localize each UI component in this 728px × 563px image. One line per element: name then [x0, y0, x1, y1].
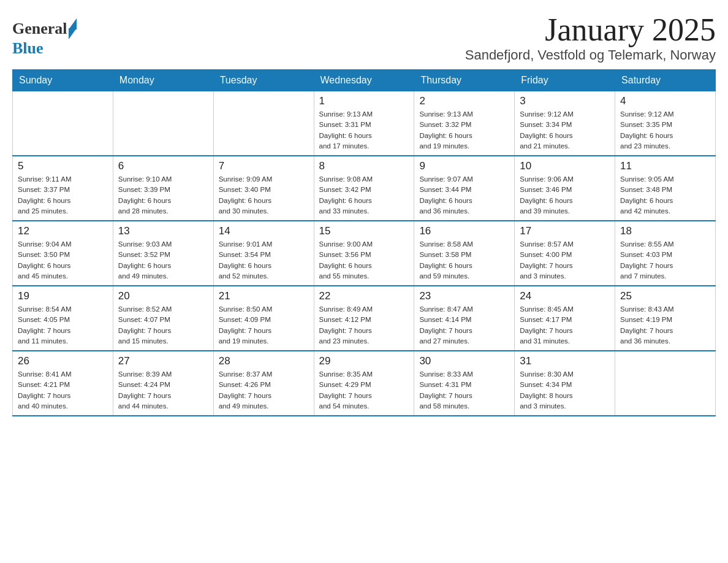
day-number: 17: [520, 225, 610, 237]
header-friday: Friday: [515, 70, 615, 91]
calendar-cell: 31Sunrise: 8:30 AM Sunset: 4:34 PM Dayli…: [515, 351, 615, 416]
day-number: 23: [419, 290, 509, 302]
day-info: Sunrise: 9:00 AM Sunset: 3:56 PM Dayligh…: [319, 239, 409, 282]
logo-blue-text: Blue: [12, 39, 44, 57]
logo-general-text: General: [12, 20, 67, 38]
day-info: Sunrise: 9:08 AM Sunset: 3:42 PM Dayligh…: [319, 174, 409, 216]
day-info: Sunrise: 9:13 AM Sunset: 3:32 PM Dayligh…: [419, 109, 509, 151]
day-info: Sunrise: 8:39 AM Sunset: 4:24 PM Dayligh…: [118, 369, 208, 412]
calendar-cell: [113, 91, 213, 156]
calendar-cell: 10Sunrise: 9:06 AM Sunset: 3:46 PM Dayli…: [515, 156, 615, 221]
day-number: 27: [118, 355, 208, 367]
day-info: Sunrise: 8:57 AM Sunset: 4:00 PM Dayligh…: [520, 239, 610, 282]
day-number: 18: [620, 225, 710, 237]
calendar-week-row: 12Sunrise: 9:04 AM Sunset: 3:50 PM Dayli…: [13, 221, 716, 286]
calendar-cell: 14Sunrise: 9:01 AM Sunset: 3:54 PM Dayli…: [213, 221, 314, 286]
title-section: January 2025 Sandefjord, Vestfold og Tel…: [465, 12, 716, 63]
day-number: 21: [219, 290, 309, 302]
day-info: Sunrise: 9:04 AM Sunset: 3:50 PM Dayligh…: [18, 239, 108, 282]
calendar-cell: 21Sunrise: 8:50 AM Sunset: 4:09 PM Dayli…: [213, 286, 314, 351]
calendar-week-row: 19Sunrise: 8:54 AM Sunset: 4:05 PM Dayli…: [13, 286, 716, 351]
day-number: 11: [620, 160, 710, 172]
day-info: Sunrise: 8:58 AM Sunset: 3:58 PM Dayligh…: [419, 239, 509, 282]
calendar-cell: 27Sunrise: 8:39 AM Sunset: 4:24 PM Dayli…: [113, 351, 213, 416]
calendar-cell: 12Sunrise: 9:04 AM Sunset: 3:50 PM Dayli…: [13, 221, 113, 286]
day-number: 26: [18, 355, 108, 367]
day-info: Sunrise: 8:41 AM Sunset: 4:21 PM Dayligh…: [18, 369, 108, 412]
day-number: 13: [118, 225, 208, 237]
day-number: 6: [118, 160, 208, 172]
calendar-cell: 29Sunrise: 8:35 AM Sunset: 4:29 PM Dayli…: [314, 351, 414, 416]
day-number: 20: [118, 290, 208, 302]
calendar-cell: 25Sunrise: 8:43 AM Sunset: 4:19 PM Dayli…: [615, 286, 716, 351]
calendar-cell: 5Sunrise: 9:11 AM Sunset: 3:37 PM Daylig…: [13, 156, 113, 221]
header-monday: Monday: [113, 70, 213, 91]
calendar-cell: 17Sunrise: 8:57 AM Sunset: 4:00 PM Dayli…: [515, 221, 615, 286]
calendar-table: Sunday Monday Tuesday Wednesday Thursday…: [12, 69, 716, 416]
day-info: Sunrise: 9:01 AM Sunset: 3:54 PM Dayligh…: [219, 239, 309, 282]
calendar-cell: 9Sunrise: 9:07 AM Sunset: 3:44 PM Daylig…: [414, 156, 515, 221]
day-number: 16: [419, 225, 509, 237]
calendar-cell: 3Sunrise: 9:12 AM Sunset: 3:34 PM Daylig…: [515, 91, 615, 156]
day-info: Sunrise: 8:35 AM Sunset: 4:29 PM Dayligh…: [319, 369, 409, 412]
day-number: 22: [319, 290, 409, 302]
calendar-cell: 22Sunrise: 8:49 AM Sunset: 4:12 PM Dayli…: [314, 286, 414, 351]
day-number: 19: [18, 290, 108, 302]
calendar-cell: 19Sunrise: 8:54 AM Sunset: 4:05 PM Dayli…: [13, 286, 113, 351]
day-info: Sunrise: 9:09 AM Sunset: 3:40 PM Dayligh…: [219, 174, 309, 216]
calendar-header-row: Sunday Monday Tuesday Wednesday Thursday…: [13, 70, 716, 91]
calendar-cell: [615, 351, 716, 416]
calendar-cell: 23Sunrise: 8:47 AM Sunset: 4:14 PM Dayli…: [414, 286, 515, 351]
day-info: Sunrise: 8:55 AM Sunset: 4:03 PM Dayligh…: [620, 239, 710, 282]
day-number: 25: [620, 290, 710, 302]
calendar-cell: 26Sunrise: 8:41 AM Sunset: 4:21 PM Dayli…: [13, 351, 113, 416]
day-number: 7: [219, 160, 309, 172]
day-info: Sunrise: 8:45 AM Sunset: 4:17 PM Dayligh…: [520, 304, 610, 347]
day-number: 8: [319, 160, 409, 172]
calendar-week-row: 26Sunrise: 8:41 AM Sunset: 4:21 PM Dayli…: [13, 351, 716, 416]
calendar-cell: 13Sunrise: 9:03 AM Sunset: 3:52 PM Dayli…: [113, 221, 213, 286]
calendar-cell: 15Sunrise: 9:00 AM Sunset: 3:56 PM Dayli…: [314, 221, 414, 286]
day-info: Sunrise: 8:37 AM Sunset: 4:26 PM Dayligh…: [219, 369, 309, 412]
day-info: Sunrise: 9:11 AM Sunset: 3:37 PM Dayligh…: [18, 174, 108, 216]
month-title: January 2025: [465, 12, 716, 47]
day-info: Sunrise: 8:54 AM Sunset: 4:05 PM Dayligh…: [18, 304, 108, 347]
day-number: 28: [219, 355, 309, 367]
day-info: Sunrise: 8:47 AM Sunset: 4:14 PM Dayligh…: [419, 304, 509, 347]
day-info: Sunrise: 9:12 AM Sunset: 3:35 PM Dayligh…: [620, 109, 710, 151]
day-number: 9: [419, 160, 509, 172]
day-info: Sunrise: 9:07 AM Sunset: 3:44 PM Dayligh…: [419, 174, 509, 216]
calendar-cell: 4Sunrise: 9:12 AM Sunset: 3:35 PM Daylig…: [615, 91, 716, 156]
calendar-cell: 18Sunrise: 8:55 AM Sunset: 4:03 PM Dayli…: [615, 221, 716, 286]
calendar-week-row: 5Sunrise: 9:11 AM Sunset: 3:37 PM Daylig…: [13, 156, 716, 221]
day-number: 2: [419, 95, 509, 107]
day-number: 3: [520, 95, 610, 107]
header-saturday: Saturday: [615, 70, 716, 91]
calendar-cell: 1Sunrise: 9:13 AM Sunset: 3:31 PM Daylig…: [314, 91, 414, 156]
day-number: 29: [319, 355, 409, 367]
day-info: Sunrise: 8:49 AM Sunset: 4:12 PM Dayligh…: [319, 304, 409, 347]
day-number: 5: [18, 160, 108, 172]
calendar-week-row: 1Sunrise: 9:13 AM Sunset: 3:31 PM Daylig…: [13, 91, 716, 156]
location-title: Sandefjord, Vestfold og Telemark, Norway: [465, 47, 716, 63]
day-info: Sunrise: 9:10 AM Sunset: 3:39 PM Dayligh…: [118, 174, 208, 216]
calendar-cell: 2Sunrise: 9:13 AM Sunset: 3:32 PM Daylig…: [414, 91, 515, 156]
day-number: 15: [319, 225, 409, 237]
day-info: Sunrise: 9:13 AM Sunset: 3:31 PM Dayligh…: [319, 109, 409, 151]
header-wednesday: Wednesday: [314, 70, 414, 91]
day-info: Sunrise: 8:33 AM Sunset: 4:31 PM Dayligh…: [419, 369, 509, 412]
day-number: 31: [520, 355, 610, 367]
day-info: Sunrise: 9:06 AM Sunset: 3:46 PM Dayligh…: [520, 174, 610, 216]
calendar-cell: 8Sunrise: 9:08 AM Sunset: 3:42 PM Daylig…: [314, 156, 414, 221]
calendar-cell: 28Sunrise: 8:37 AM Sunset: 4:26 PM Dayli…: [213, 351, 314, 416]
logo: General Blue: [12, 18, 77, 58]
day-number: 24: [520, 290, 610, 302]
calendar-cell: 20Sunrise: 8:52 AM Sunset: 4:07 PM Dayli…: [113, 286, 213, 351]
header-thursday: Thursday: [414, 70, 515, 91]
header-sunday: Sunday: [13, 70, 113, 91]
day-number: 14: [219, 225, 309, 237]
day-info: Sunrise: 9:05 AM Sunset: 3:48 PM Dayligh…: [620, 174, 710, 216]
day-number: 10: [520, 160, 610, 172]
calendar-cell: 30Sunrise: 8:33 AM Sunset: 4:31 PM Dayli…: [414, 351, 515, 416]
calendar-cell: 24Sunrise: 8:45 AM Sunset: 4:17 PM Dayli…: [515, 286, 615, 351]
